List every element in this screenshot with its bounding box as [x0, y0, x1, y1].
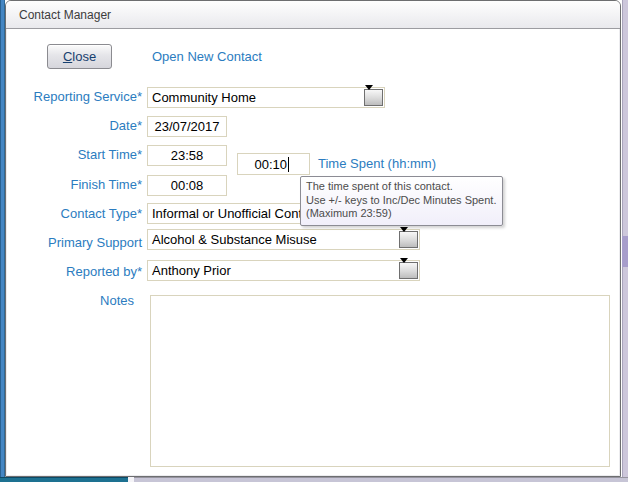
close-button-accesskey: C — [63, 49, 72, 64]
dialog-titlebar[interactable]: Contact Manager — [6, 1, 620, 29]
vertical-scrollbar-track[interactable] — [622, 0, 628, 477]
time-spent-input[interactable]: 00:10 — [237, 153, 310, 175]
tooltip-line: (Maximum 23:59) — [306, 207, 496, 221]
reporting-service-combobox[interactable]: Community Home — [147, 87, 385, 108]
reporting-service-value: Community Home — [148, 88, 384, 107]
primary-support-value: Alcohol & Substance Misuse — [148, 230, 419, 249]
finish-time-label: Finish Time* — [0, 177, 142, 192]
status-bar-fragment — [0, 477, 128, 482]
primary-support-combobox[interactable]: Alcohol & Substance Misuse — [147, 229, 420, 250]
notes-textarea[interactable] — [150, 295, 610, 467]
reported-by-combobox[interactable]: Anthony Prior — [147, 260, 420, 281]
start-time-label: Start Time* — [0, 147, 142, 162]
time-spent-tooltip: The time spent of this contact. Use +/- … — [300, 176, 503, 226]
dialog-title: Contact Manager — [19, 8, 111, 22]
start-time-input[interactable]: 23:58 — [147, 145, 227, 166]
close-button-label: lose — [72, 49, 96, 64]
open-new-contact-link[interactable]: Open New Contact — [152, 49, 262, 64]
chevron-down-icon — [365, 85, 373, 105]
time-spent-label: Time Spent (hh:mm) — [318, 156, 436, 171]
finish-time-input[interactable]: 00:08 — [147, 175, 227, 196]
primary-support-label: Primary Support — [0, 235, 142, 250]
contact-type-label: Contact Type* — [0, 206, 142, 221]
close-button[interactable]: Close — [47, 44, 112, 69]
reported-by-value: Anthony Prior — [148, 261, 419, 280]
tooltip-line: Use +/- keys to Inc/Dec Minutes Spent. — [306, 194, 496, 208]
notes-label: Notes — [0, 293, 134, 308]
date-label: Date* — [0, 118, 142, 133]
time-spent-value: 00:10 — [254, 157, 287, 172]
chevron-down-icon — [400, 227, 408, 247]
primary-support-dropdown-button[interactable] — [399, 231, 418, 248]
reported-by-label: Reported by* — [0, 264, 142, 279]
reported-by-dropdown-button[interactable] — [399, 262, 418, 279]
tooltip-line: The time spent of this contact. — [306, 180, 496, 194]
text-cursor — [288, 157, 289, 172]
date-input[interactable]: 23/07/2017 — [147, 116, 227, 137]
chevron-down-icon — [400, 258, 408, 278]
screen: Contact Manager Close Open New Contact R… — [0, 0, 628, 482]
reporting-service-label: Reporting Service* — [0, 89, 142, 104]
reporting-service-dropdown-button[interactable] — [364, 89, 383, 106]
vertical-scrollbar-thumb[interactable] — [622, 236, 628, 267]
record-navigation-fragment — [134, 477, 628, 482]
